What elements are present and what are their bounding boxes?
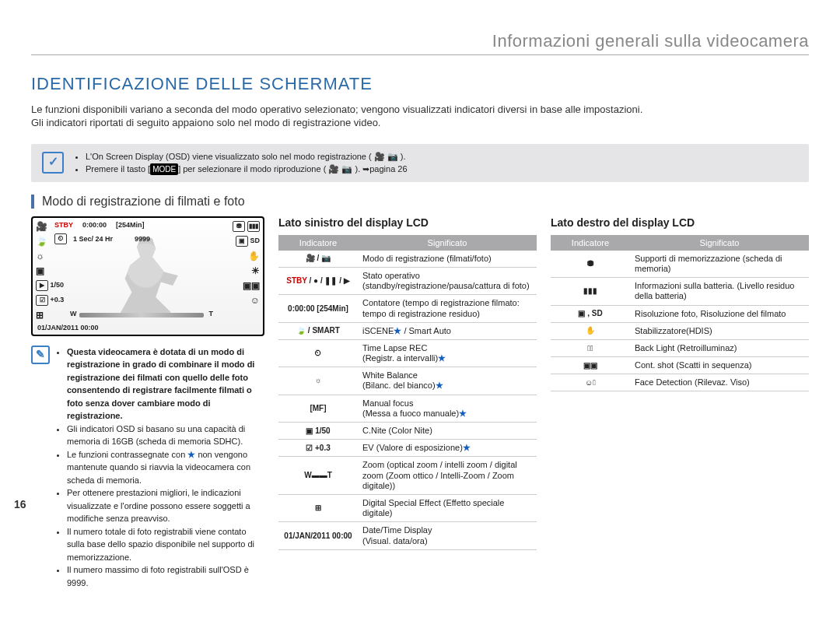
meaning-cell: Cont. shot (Scatti in sequenza) bbox=[630, 357, 809, 374]
rec-time: 0:00:00 bbox=[82, 221, 107, 229]
th-indicator-r: Indicatore bbox=[551, 235, 630, 251]
mf-icon: ▣ bbox=[36, 265, 64, 276]
meaning-cell: Contatore (tempo di registrazione filmat… bbox=[358, 295, 537, 322]
interval-value: 1 Sec/ 24 Hr bbox=[73, 235, 113, 243]
lcd-preview: 🎥 🍃 ☼ ▣ ▶ 1/50 ☑ +0.3 ⊞ STBY 0:00:00 [25… bbox=[31, 216, 264, 336]
meaning-cell: Supporti di memorizzazione (scheda di me… bbox=[630, 251, 809, 278]
table-row: ▣ , SDRisoluzione foto, Risoluzione del … bbox=[551, 305, 809, 322]
indicator-cell: [MF] bbox=[278, 395, 358, 422]
meaning-cell: Time Lapse REC(Registr. a intervalli)★ bbox=[358, 339, 537, 367]
table-row: ☑ +0.3EV (Valore di esposizione)★ bbox=[278, 440, 537, 457]
meaning-cell: Stato operativo (standby/registrazione/p… bbox=[358, 267, 537, 294]
info-box: ✓ L'On Screen Display (OSD) viene visual… bbox=[31, 144, 809, 182]
indicator-cell: ☺⃞ bbox=[551, 374, 630, 391]
info-bullet: L'On Screen Display (OSD) viene visualiz… bbox=[86, 150, 798, 163]
table-row: ☼White Balance(Bilanc. del bianco)★ bbox=[278, 367, 537, 395]
note-bullet: Le funzioni contrassegnate con ★ non ven… bbox=[67, 448, 264, 487]
table-row: 01/JAN/2011 00:00Date/Time Display(Visua… bbox=[278, 522, 537, 549]
resolution-icons: ▣ SD bbox=[236, 236, 260, 247]
storage-battery-icons: ⛃ ▮▮▮ bbox=[233, 221, 260, 232]
section-title: IDENTIFICAZIONE DELLE SCHERMATE bbox=[31, 74, 809, 94]
cont-shot-icon: ▣▣ bbox=[243, 280, 260, 291]
hdis-icon: ✋ bbox=[248, 251, 260, 261]
indicator-cell: 01/JAN/2011 00:00 bbox=[278, 522, 358, 549]
face-detect-icon: ☺ bbox=[250, 295, 260, 306]
photo-count: 9999 bbox=[135, 235, 150, 243]
timelapse-icon: ⏲ bbox=[54, 233, 67, 244]
backlight-icon: ☀ bbox=[251, 265, 260, 276]
note-bullet: Il numero totale di foto registrabili vi… bbox=[67, 525, 264, 564]
right-indicator-table: Indicatore Significato ⛃Supporti di memo… bbox=[551, 235, 809, 392]
left-table-title: Lato sinistro del display LCD bbox=[278, 216, 537, 229]
meaning-cell: iSCENE★ / Smart Auto bbox=[358, 322, 537, 339]
meaning-cell: Manual focus(Messa a fuoco manuale)★ bbox=[358, 395, 537, 422]
lcd-datetime: 01/JAN/2011 00:00 bbox=[37, 324, 99, 332]
intro-text: Le funzioni disponibili variano a second… bbox=[31, 103, 809, 130]
subsection-title: Modo di registrazione di filmati e foto bbox=[31, 195, 809, 209]
indicator-cell: ☀⃞ bbox=[551, 339, 630, 356]
indicator-cell: 0:00:00 [254Min] bbox=[278, 295, 358, 322]
note-bullet: Per ottenere prestazioni migliori, le in… bbox=[67, 486, 264, 525]
indicator-cell: ⛃ bbox=[551, 251, 630, 278]
wb-icon: ☼ bbox=[36, 251, 64, 261]
table-row: ☀⃞Back Light (Retroilluminaz) bbox=[551, 339, 809, 356]
info-bullet: Premere il tasto [MODE] per selezionare … bbox=[86, 163, 798, 176]
th-indicator: Indicatore bbox=[278, 235, 358, 251]
meaning-cell: Stabilizzatore(HDIS) bbox=[630, 322, 809, 339]
meaning-cell: Zoom (optical zoom / intelli zoom / digi… bbox=[358, 457, 537, 495]
table-row: ▮▮▮Informazioni sulla batteria. (Livello… bbox=[551, 278, 809, 305]
note-bullet: Gli indicatori OSD si basano su una capa… bbox=[67, 423, 264, 448]
meaning-cell: White Balance(Bilanc. del bianco)★ bbox=[358, 367, 537, 395]
intro-line1: Le funzioni disponibili variano a second… bbox=[31, 103, 642, 115]
indicator-cell: ✋ bbox=[551, 322, 630, 339]
effect-icon: ⊞ bbox=[36, 310, 64, 321]
table-row: 🍃 / SMARTiSCENE★ / Smart Auto bbox=[278, 322, 537, 339]
silhouette-graphic bbox=[103, 232, 188, 316]
meaning-cell: Digital Special Effect (Effetto speciale… bbox=[358, 494, 537, 521]
time-remaining: [254Min] bbox=[116, 221, 145, 229]
chapter-title: Informazioni generali sulla videocamera bbox=[31, 31, 809, 55]
indicator-cell: 🎥 / 📷 bbox=[278, 251, 358, 268]
indicator-cell: W▬▬T bbox=[278, 457, 358, 495]
right-table-title: Lato destro del display LCD bbox=[551, 216, 809, 229]
stby-label: STBY bbox=[54, 221, 73, 229]
indicator-cell: ▣ 1/50 bbox=[278, 423, 358, 440]
meaning-cell: C.Nite (Color Nite) bbox=[358, 423, 537, 440]
indicator-cell: ▣ , SD bbox=[551, 305, 630, 322]
meaning-cell: Modo di registrazione (filmati/foto) bbox=[358, 251, 537, 268]
indicator-cell: ☑ +0.3 bbox=[278, 440, 358, 457]
meaning-cell: Date/Time Display(Visual. data/ora) bbox=[358, 522, 537, 549]
table-row: W▬▬TZoom (optical zoom / intelli zoom / … bbox=[278, 457, 537, 495]
note-icon: ✎ bbox=[31, 346, 50, 364]
meaning-cell: EV (Valore di esposizione)★ bbox=[358, 440, 537, 457]
table-row: ⏲Time Lapse REC(Registr. a intervalli)★ bbox=[278, 339, 537, 367]
th-meaning: Significato bbox=[358, 235, 537, 251]
indicator-cell: ▣▣ bbox=[551, 357, 630, 374]
note-bullet: Questa videocamera è dotata di un modo d… bbox=[67, 346, 264, 423]
cnite-value: ▶ 1/50 bbox=[36, 280, 64, 291]
indicator-cell: 🍃 / SMART bbox=[278, 322, 358, 339]
table-row: ▣ 1/50C.Nite (Color Nite) bbox=[278, 423, 537, 440]
meaning-cell: Back Light (Retroilluminaz) bbox=[630, 339, 809, 356]
indicator-cell: ▮▮▮ bbox=[551, 278, 630, 305]
mode-key: MODE bbox=[150, 163, 178, 175]
table-row: 🎥 / 📷Modo di registrazione (filmati/foto… bbox=[278, 251, 537, 268]
zoom-bar bbox=[79, 313, 204, 317]
page-number: 16 bbox=[14, 498, 26, 510]
note-bullet: Il numero massimo di foto registrabili s… bbox=[67, 563, 264, 589]
indicator-cell: ⊞ bbox=[278, 494, 358, 521]
indicator-cell: ⏲ bbox=[278, 339, 358, 367]
left-indicator-table: Indicatore Significato 🎥 / 📷Modo di regi… bbox=[278, 235, 537, 550]
indicator-cell: STBY / ● / ❚❚ / ▶ bbox=[278, 267, 358, 294]
meaning-cell: Risoluzione foto, Risoluzione del filmat… bbox=[630, 305, 809, 322]
table-row: ▣▣Cont. shot (Scatti in sequenza) bbox=[551, 357, 809, 374]
table-row: [MF]Manual focus(Messa a fuoco manuale)★ bbox=[278, 395, 537, 422]
meaning-cell: Face Detection (Rilevaz. Viso) bbox=[630, 374, 809, 391]
table-row: ✋Stabilizzatore(HDIS) bbox=[551, 322, 809, 339]
check-icon: ✓ bbox=[42, 152, 64, 174]
table-row: STBY / ● / ❚❚ / ▶Stato operativo (standb… bbox=[278, 267, 537, 294]
note-box: ✎ Questa videocamera è dotata di un modo… bbox=[31, 346, 264, 590]
indicator-cell: ☼ bbox=[278, 367, 358, 395]
ev-value: ☑ +0.3 bbox=[36, 295, 64, 306]
table-row: ☺⃞Face Detection (Rilevaz. Viso) bbox=[551, 374, 809, 391]
